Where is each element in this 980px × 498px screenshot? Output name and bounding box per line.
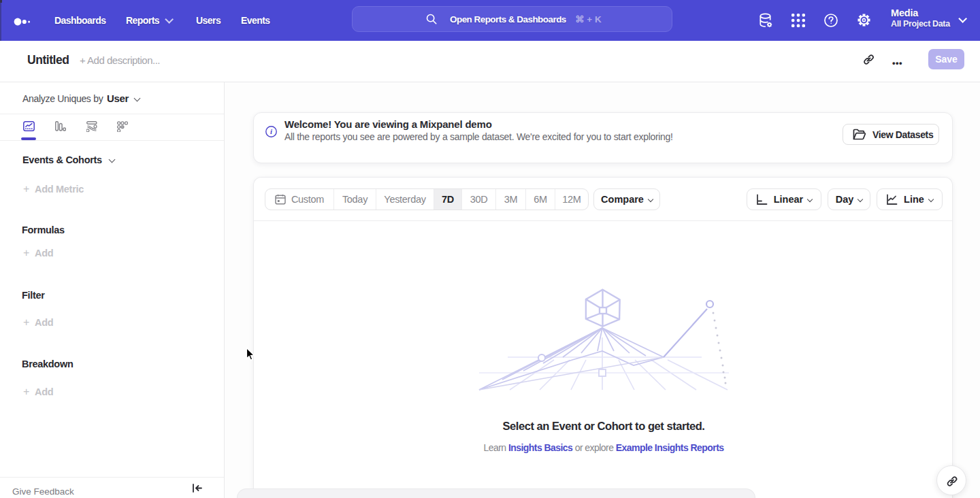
svg-text:i: i: [270, 127, 273, 135]
